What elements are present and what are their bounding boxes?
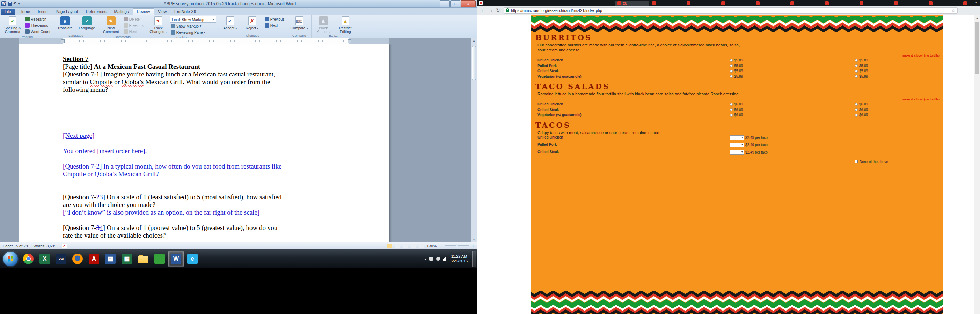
translate-button[interactable]: a Translate [55,16,75,30]
zoom-in-button[interactable]: + [472,244,474,248]
right-indent-marker[interactable] [347,40,351,43]
url-text[interactable]: https://mmic.rand.org/research/rand/ms42… [511,8,949,13]
block-authors-button[interactable]: ♟ Block Authors [313,16,334,34]
language-button[interactable]: ✓ Language [77,16,97,30]
taskbar-green-app-icon[interactable] [152,251,167,267]
browser-tab[interactable] [684,1,718,6]
document-scrollbar[interactable]: ▲ ▼ [471,38,477,242]
none-checkbox[interactable] [855,160,858,163]
ribbon-tab-endnote-x6[interactable]: EndNote X6 [170,9,200,15]
word-count-indicator[interactable]: Words: 3,695 [33,244,56,248]
radio-grilled-steak[interactable] [730,70,733,73]
undo-icon[interactable]: ↶ [13,2,16,6]
show-desktop-button[interactable] [472,251,476,267]
accept-button[interactable]: ✓ Accept ▾ [220,16,240,30]
outline-view-button[interactable] [411,244,416,248]
new-comment-button[interactable]: ✎ New Comment [101,16,121,34]
radio-grilled-steak-bowl[interactable] [855,108,858,111]
browser-tab[interactable] [650,1,683,6]
page-indicator[interactable]: Page: 15 of 29 [3,244,28,248]
next-comment-button[interactable]: Next [123,29,144,35]
save-icon[interactable] [8,2,12,6]
scrollbar-thumb[interactable] [472,46,476,80]
radio-grilled-chicken-bowl[interactable] [855,59,858,62]
restrict-editing-button[interactable]: ▲ Restrict Editing [335,16,356,34]
taskbar-uci-icon[interactable]: UCI [53,251,69,267]
radio-vegetarian-w-guacamole-bowl[interactable] [855,114,858,117]
taskbar-firefox-icon[interactable] [70,251,85,267]
taskbar-excel-icon[interactable]: X [37,251,52,267]
browser-tab[interactable] [961,1,980,6]
radio-vegetarian-w-guacamole[interactable] [730,114,733,117]
thesaurus-button[interactable]: Thesaurus [24,22,51,28]
track-changes-button[interactable]: ✎ Track Changes ▾ [148,16,168,34]
research-button[interactable]: Research [24,16,51,22]
taskbar-word-icon[interactable]: W [168,251,184,267]
browser-tab[interactable] [719,1,752,6]
radio-grilled-chicken[interactable] [730,59,733,62]
zoom-out-button[interactable]: − [439,244,442,248]
browser-tab[interactable] [788,1,821,6]
quantity-select-pulled-pork[interactable]: ▾ [730,143,744,147]
browser-scrollbar[interactable]: ▲ [974,15,980,314]
spelling-grammar-button[interactable]: ✓ Spelling & Grammar [2,16,23,34]
browser-tab[interactable] [892,1,925,6]
radio-grilled-steak-bowl[interactable] [855,70,858,73]
horizontal-ruler[interactable] [19,38,390,44]
ribbon-tab-references[interactable]: References [82,9,110,15]
ribbon-tab-home[interactable]: Home [16,9,34,15]
back-button[interactable]: ← [480,7,485,13]
taskbar-spreadsheet-icon[interactable]: ▦ [119,251,134,267]
previous-change-button[interactable]: Previous [264,16,285,22]
print-layout-view-button[interactable] [387,244,392,248]
ribbon-tab-insert[interactable]: Insert [34,9,52,15]
compare-button[interactable]: ◫◫ Compare ▾ [289,16,309,30]
zoom-slider[interactable] [445,245,469,246]
ribbon-tab-file[interactable]: File [1,9,15,15]
ribbon-tab-page-layout[interactable]: Page Layout [52,9,82,15]
network-icon[interactable] [443,257,446,261]
taskbar-adobe-reader-icon[interactable]: A [86,251,102,267]
browser-scrollbar-thumb[interactable] [975,22,979,74]
ribbon-tab-mailings[interactable]: Mailings [110,9,132,15]
previous-comment-button[interactable]: Previous [123,22,144,28]
address-bar[interactable]: https://mmic.rand.org/research/rand/ms42… [504,7,958,14]
bookmark-star-icon[interactable]: ☆ [951,8,955,13]
close-button[interactable]: × [461,0,476,7]
full-screen-view-button[interactable] [395,244,400,248]
update-icon[interactable] [436,257,440,261]
scroll-up-icon[interactable]: ▲ [471,38,477,43]
delete-comment-button[interactable]: Delete [123,16,144,22]
quantity-select-grilled-chicken[interactable]: ▾ [730,135,744,140]
quantity-select-grilled-steak[interactable]: ▾ [730,150,744,155]
reload-button[interactable]: ↻ [496,7,500,13]
proofing-status-icon[interactable]: ✗ [62,244,67,248]
radio-pulled-pork[interactable] [730,64,733,67]
taskbar-clock[interactable]: 11:22 AM 5/26/2015 [450,254,468,263]
document-page[interactable]: Section 7[Page title] At a Mexican Fast … [19,44,390,242]
action-center-icon[interactable] [429,257,433,261]
scroll-down-icon[interactable]: ▼ [471,237,477,242]
radio-grilled-chicken-bowl[interactable] [855,103,858,106]
browser-tab[interactable] [927,1,960,6]
radio-grilled-steak[interactable] [730,108,733,111]
radio-vegetarian-w-guacamole[interactable] [730,75,733,78]
tray-expand-icon[interactable]: ▴ [425,257,426,261]
browser-tab[interactable]: EU [616,1,649,6]
browser-tab[interactable] [823,1,856,6]
word-count-button[interactable]: Word Count [24,29,51,35]
left-indent-marker[interactable] [61,40,65,43]
taskbar-calculator-icon[interactable]: ▦ [103,251,118,267]
display-for-review-dropdown[interactable]: Final: Show Markup▾ [170,16,216,23]
draft-view-button[interactable] [419,244,424,248]
minimize-button[interactable]: — [440,0,450,7]
next-change-button[interactable]: Next [264,22,285,28]
show-markup-button[interactable]: Show Markup▾ [170,23,216,29]
reviewing-pane-button[interactable]: Reviewing Pane▾ [170,29,216,35]
taskbar-chrome-icon[interactable] [21,251,36,267]
web-layout-view-button[interactable] [402,244,408,248]
radio-vegetarian-w-guacamole-bowl[interactable] [855,75,858,78]
ribbon-tab-view[interactable]: View [154,9,170,15]
browser-tab[interactable] [754,1,787,6]
browser-tab[interactable] [858,1,891,6]
